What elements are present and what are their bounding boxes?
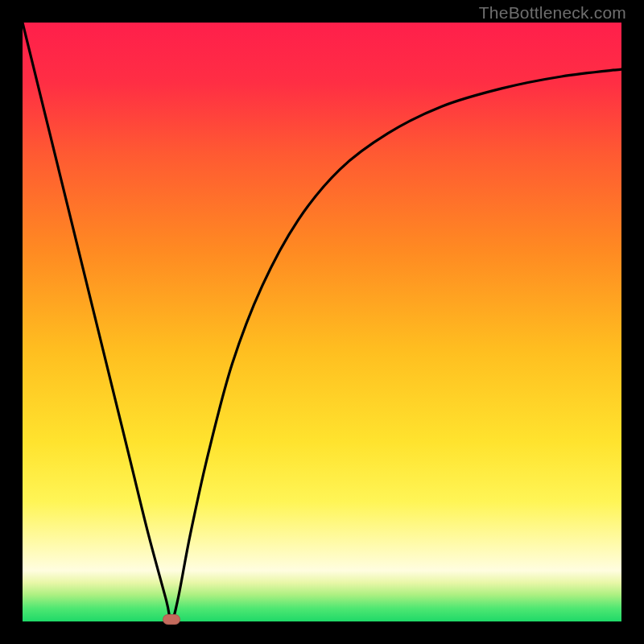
chart-frame xyxy=(23,23,621,621)
gradient-bg xyxy=(23,23,621,621)
optimum-marker xyxy=(163,614,180,625)
chart-svg xyxy=(23,23,621,621)
watermark: TheBottleneck.com xyxy=(479,3,626,23)
